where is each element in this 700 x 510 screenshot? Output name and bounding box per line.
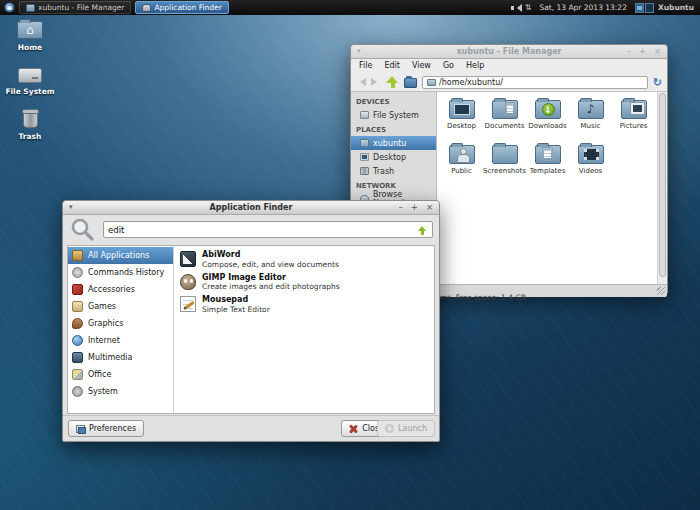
- category-icon: [72, 318, 83, 329]
- workspace-2[interactable]: [645, 3, 654, 13]
- taskbar-button[interactable]: xubuntu - File Manager: [19, 1, 131, 14]
- category-icon: [72, 250, 83, 261]
- folder-emblem-icon: [542, 147, 553, 161]
- workspace-1[interactable]: [635, 3, 644, 13]
- workspace-pager: [635, 3, 654, 13]
- search-icon: [70, 217, 96, 247]
- file-item[interactable]: Videos: [569, 142, 612, 187]
- sidebar-section-header: PLACES: [351, 122, 436, 136]
- sidebar-row[interactable]: File System: [351, 108, 436, 122]
- af-titlebar[interactable]: ▾ Application Finder – + ×: [63, 201, 439, 215]
- fm-titlebar[interactable]: ▾ xubuntu - File Manager – + ×: [351, 45, 667, 59]
- taskbar-button[interactable]: Application Finder: [135, 1, 228, 14]
- menu-item[interactable]: Edit: [378, 59, 406, 73]
- desktop-icon[interactable]: File System: [4, 66, 56, 96]
- close-x-icon: [349, 424, 358, 433]
- desktop-icons: Home File System Trash: [4, 21, 56, 141]
- folder-emblem-icon: [457, 148, 468, 161]
- sidebar-item-icon: [360, 153, 369, 161]
- back-icon[interactable]: [356, 78, 366, 86]
- resize-grip[interactable]: [657, 287, 665, 295]
- category-item[interactable]: Graphics: [68, 315, 173, 332]
- category-item[interactable]: Accessories: [68, 281, 173, 298]
- sidebar-row[interactable]: Desktop: [351, 150, 436, 164]
- close-icon[interactable]: ×: [654, 45, 661, 58]
- file-name: Desktop: [447, 122, 476, 130]
- file-item[interactable]: Downloads: [526, 97, 569, 142]
- session-label[interactable]: Xubuntu: [658, 3, 696, 12]
- folder-emblem-icon: [584, 149, 599, 160]
- vertical-scrollbar[interactable]: [657, 92, 667, 284]
- up-icon[interactable]: [386, 76, 399, 89]
- category-icon: [72, 369, 83, 380]
- sidebar-item-label: Desktop: [373, 153, 406, 162]
- taskbar: xubuntu - File Manager Application Finde…: [19, 1, 229, 14]
- forward-icon[interactable]: [371, 78, 381, 86]
- category-item[interactable]: Internet: [68, 332, 173, 349]
- file-item[interactable]: Pictures: [612, 97, 655, 142]
- launch-arrow-icon[interactable]: [418, 226, 427, 235]
- menu-item[interactable]: Go: [437, 59, 460, 73]
- category-icon: [72, 301, 83, 312]
- menu-item[interactable]: File: [353, 59, 378, 73]
- result-item[interactable]: AbiWord Compose, edit, and view document…: [175, 248, 434, 271]
- folder-icon: [621, 100, 647, 119]
- home-icon[interactable]: [404, 78, 417, 88]
- window-menu-icon[interactable]: ▾: [69, 201, 73, 214]
- maximize-icon[interactable]: +: [639, 45, 646, 58]
- panel-clock[interactable]: Sat, 13 Apr 2013 13:22: [535, 3, 630, 12]
- file-item[interactable]: Public: [440, 142, 483, 187]
- file-name: Documents: [485, 122, 525, 130]
- sidebar-item-icon: [360, 111, 369, 119]
- sidebar-row[interactable]: xubuntu: [351, 136, 436, 150]
- folder-icon: [578, 100, 604, 119]
- desktop-icon[interactable]: Home: [4, 21, 56, 52]
- desktop-icon-label: File System: [5, 87, 54, 96]
- minimize-icon[interactable]: –: [627, 45, 631, 58]
- path-bar[interactable]: /home/xubuntu/: [422, 76, 648, 89]
- category-label: Internet: [88, 336, 120, 345]
- af-search-row: [63, 215, 439, 245]
- file-item[interactable]: Desktop: [440, 97, 483, 142]
- network-icon[interactable]: ⇅: [525, 0, 532, 15]
- desktop-icon-glyph: [23, 110, 38, 128]
- preferences-label: Preferences: [89, 424, 136, 433]
- xubuntu-menu-icon[interactable]: [4, 2, 15, 13]
- desktop-icon[interactable]: Trash: [4, 110, 56, 141]
- category-item[interactable]: Games: [68, 298, 173, 315]
- sidebar-row[interactable]: Trash: [351, 164, 436, 178]
- file-item[interactable]: Templates: [526, 142, 569, 187]
- category-item[interactable]: All Applications: [68, 247, 173, 264]
- category-item[interactable]: Office: [68, 366, 173, 383]
- menu-item[interactable]: Help: [460, 59, 490, 73]
- sidebar-item-icon: [360, 167, 369, 175]
- volume-icon[interactable]: [511, 3, 521, 13]
- category-icon: [72, 352, 83, 363]
- folder-icon: [578, 145, 604, 164]
- close-icon[interactable]: ×: [426, 201, 433, 214]
- file-item[interactable]: Documents: [483, 97, 526, 142]
- minimize-icon[interactable]: –: [399, 201, 403, 214]
- launch-button[interactable]: Launch: [377, 420, 435, 437]
- reload-icon[interactable]: ↻: [653, 74, 662, 91]
- category-item[interactable]: Multimedia: [68, 349, 173, 366]
- scrollbar-thumb[interactable]: [659, 93, 666, 277]
- maximize-icon[interactable]: +: [411, 201, 418, 214]
- file-name: Downloads: [528, 122, 566, 130]
- search-input[interactable]: [103, 221, 433, 238]
- file-item[interactable]: Music: [569, 97, 612, 142]
- top-panel: xubuntu - File Manager Application Finde…: [0, 0, 700, 15]
- application-name: Mousepad: [202, 295, 270, 305]
- preferences-button[interactable]: Preferences: [68, 420, 144, 437]
- category-item[interactable]: Commands History: [68, 264, 173, 281]
- menu-item[interactable]: View: [406, 59, 437, 73]
- file-item[interactable]: Screenshots: [483, 142, 526, 187]
- category-item[interactable]: System: [68, 383, 173, 400]
- result-item[interactable]: GIMP Image Editor Create images and edit…: [175, 271, 434, 294]
- result-list: AbiWord Compose, edit, and view document…: [175, 246, 434, 413]
- fm-window-title: xubuntu - File Manager: [456, 47, 561, 56]
- result-item[interactable]: Mousepad Simple Text Editor: [175, 293, 434, 316]
- folder-icon: [492, 100, 518, 119]
- window-menu-icon[interactable]: ▾: [357, 45, 361, 58]
- task-window-title: Application Finder: [154, 3, 221, 12]
